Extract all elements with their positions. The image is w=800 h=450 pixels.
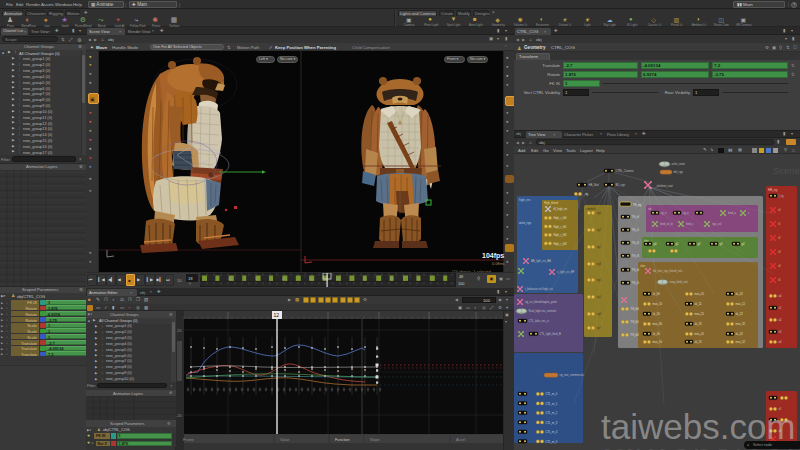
svg-text:rig_n: rig_n — [661, 211, 667, 215]
svg-text:TG_r2: TG_r2 — [632, 241, 640, 245]
svg-text:Value: Value — [280, 438, 289, 442]
svg-text:40: 40 — [282, 277, 286, 281]
svg-text:sk_11: sk_11 — [695, 302, 702, 306]
svg-text:TG_r4: TG_r4 — [632, 268, 640, 272]
svg-text:sk_42: sk_42 — [736, 332, 744, 336]
svg-text:rig3: rig3 — [597, 262, 602, 266]
svg-text:Slope: Slope — [370, 438, 380, 442]
svg-text:c8_high_vis: c8_high_vis — [553, 207, 568, 211]
svg-text:o2: o2 — [779, 318, 782, 322]
svg-text:TG_r5: TG_r5 — [632, 281, 640, 285]
svg-text:sk_22: sk_22 — [736, 312, 744, 316]
svg-text:bind_vis_b: bind_vis_b — [660, 222, 673, 226]
svg-text:-20: -20 — [176, 413, 183, 418]
svg-text:sk_31: sk_31 — [695, 322, 703, 326]
svg-text:Real_high-res_controls: Real_high-res_controls — [529, 309, 557, 313]
svg-text:TG_r3: TG_r3 — [632, 254, 640, 258]
svg-text:TG_b1: TG_b1 — [631, 320, 640, 324]
svg-text:mus_30: mus_30 — [653, 322, 663, 326]
svg-text:HB_Skel: HB_Skel — [589, 183, 600, 187]
svg-text:s_light_vis_BF: s_light_vis_BF — [557, 270, 575, 274]
svg-text:50: 50 — [309, 277, 313, 281]
svg-text:rig1: rig1 — [597, 228, 602, 232]
svg-text:bind_c: bind_c — [686, 222, 695, 226]
svg-text:AB_light_vis_BA: AB_light_vis_BA — [531, 259, 551, 263]
svg-text:CTL_m_1: CTL_m_1 — [546, 402, 558, 406]
svg-text:g3: g3 — [720, 242, 723, 246]
svg-text:TG_r1: TG_r1 — [632, 228, 640, 232]
svg-text:mus_41: mus_41 — [695, 332, 705, 336]
svg-text:skin: skin — [640, 264, 645, 268]
svg-text:artist_rigs: artist_rigs — [519, 221, 532, 225]
svg-text:CTL_light_bind_B: CTL_light_bind_B — [540, 332, 562, 336]
svg-text:_skeleton_root: _skeleton_root — [654, 184, 673, 188]
svg-text:20: 20 — [228, 277, 232, 281]
svg-text:o0: o0 — [779, 294, 782, 298]
svg-text:High_r_bl0: High_r_bl0 — [554, 216, 568, 220]
svg-text:mus_52: mus_52 — [736, 340, 746, 344]
svg-text:TK_rig: TK_rig — [633, 203, 641, 207]
svg-text:Frame: Frame — [183, 438, 194, 442]
svg-text:high_res: high_res — [519, 198, 531, 202]
svg-text:CTRL_Camera: CTRL_Camera — [616, 169, 635, 173]
svg-text:mus_12: mus_12 — [736, 302, 746, 306]
svg-text:c3: c3 — [779, 330, 782, 334]
svg-text:20: 20 — [177, 328, 182, 333]
svg-text:l_rig: l_rig — [778, 194, 784, 198]
svg-text:g2: g2 — [698, 242, 701, 246]
svg-text:rig_vis_blendshapes_point: rig_vis_blendshapes_point — [525, 300, 557, 304]
svg-text:mus_21: mus_21 — [695, 312, 705, 316]
svg-text:TG_b2: TG_b2 — [631, 333, 640, 337]
svg-text:artist_state: artist_state — [672, 162, 686, 166]
svg-text:g4: g4 — [742, 242, 745, 246]
svg-text:70: 70 — [363, 277, 367, 281]
svg-text:mus_10: mus_10 — [653, 302, 663, 306]
svg-text:CTL_m_4: CTL_m_4 — [546, 430, 558, 434]
svg-text:TG_b0: TG_b0 — [631, 307, 640, 311]
svg-text:CTL_fake_res_vi: CTL_fake_res_vi — [529, 319, 550, 323]
svg-text:mus_01: mus_01 — [695, 292, 705, 296]
svg-text:CTL_m_0: CTL_m_0 — [546, 392, 558, 396]
svg-text:wing_bold_vols: wing_bold_vols — [670, 280, 689, 284]
svg-text:Accel: Accel — [456, 438, 465, 442]
svg-text:30: 30 — [255, 277, 259, 281]
svg-text:CTL_m_3: CTL_m_3 — [546, 421, 558, 425]
svg-text:90: 90 — [417, 277, 421, 281]
svg-text:High_r_bl3: High_r_bl3 — [554, 242, 568, 246]
svg-text:def_rigs: def_rigs — [674, 170, 684, 174]
svg-text:sk_51: sk_51 — [695, 340, 703, 344]
svg-text:_rig: _rig — [583, 192, 589, 196]
svg-text:mus_32: mus_32 — [736, 322, 746, 326]
svg-text:High_blend: High_blend — [544, 201, 559, 205]
svg-text:sk_02: sk_02 — [736, 292, 744, 296]
svg-text:vis: vis — [648, 207, 652, 211]
svg-text:sk_20: sk_20 — [653, 312, 661, 316]
svg-text:Scene: Scene — [773, 165, 800, 176]
svg-text:12: 12 — [274, 312, 280, 318]
svg-text:bind_a: bind_a — [728, 211, 737, 215]
svg-text:rig_non_commercial: rig_non_commercial — [560, 373, 585, 377]
svg-text:o4: o4 — [779, 340, 782, 344]
svg-text:g0: g0 — [654, 242, 657, 246]
svg-text:g1: g1 — [676, 242, 679, 246]
svg-text:BD_rigs: BD_rigs — [616, 183, 626, 187]
svg-text:CTL_m_2: CTL_m_2 — [546, 411, 558, 415]
svg-text:60: 60 — [336, 277, 340, 281]
svg-text:Function: Function — [335, 438, 350, 442]
svg-text:CTL_m_5: CTL_m_5 — [546, 440, 558, 444]
svg-text:t_behavior-ctrl-high_vis: t_behavior-ctrl-high_vis — [525, 287, 554, 291]
svg-text:rig0: rig0 — [597, 211, 602, 215]
svg-text:High_r_bl2: High_r_bl2 — [554, 233, 568, 237]
svg-text:mus_50: mus_50 — [653, 340, 663, 344]
svg-text:c1: c1 — [779, 306, 782, 310]
svg-text:High_r_bl1: High_r_bl1 — [554, 225, 568, 229]
svg-text:bd_skin_rigs_blend_vols: bd_skin_rigs_blend_vols — [653, 269, 683, 273]
svg-text:rigs_vol: rigs_vol — [712, 222, 722, 226]
svg-text:80: 80 — [390, 277, 394, 281]
svg-text:HB_rig: HB_rig — [768, 188, 778, 192]
